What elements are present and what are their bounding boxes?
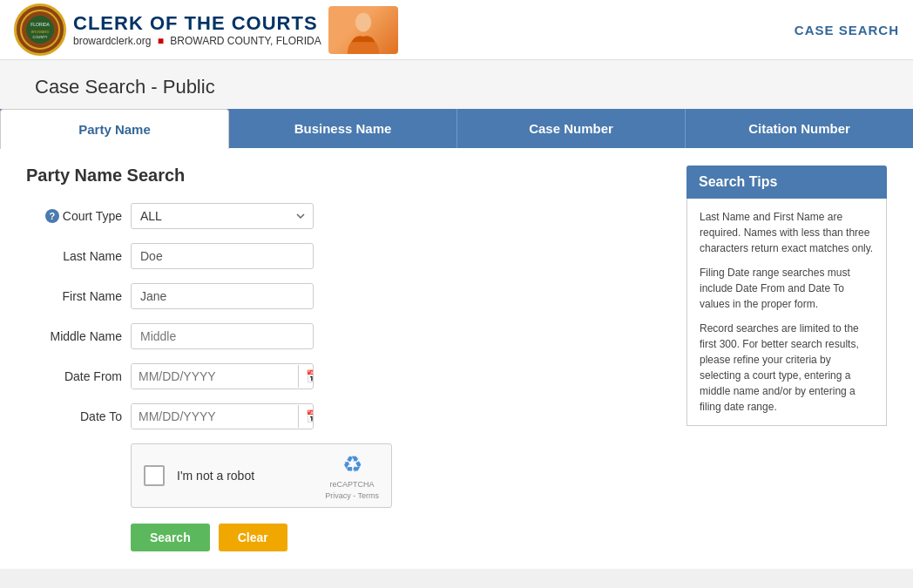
- date-to-wrapper: 📅: [131, 403, 314, 429]
- logo-area: FLORIDA BROWARD COUNTY CLERK OF THE COUR…: [14, 3, 398, 56]
- date-from-calendar-button[interactable]: 📅: [298, 365, 314, 388]
- tab-party-name[interactable]: Party Name: [0, 109, 229, 149]
- recaptcha-logo-icon: ♻: [342, 451, 362, 478]
- recaptcha-brand-line2: Privacy - Terms: [325, 491, 379, 501]
- form-section-title: Party Name Search: [26, 166, 669, 186]
- tip-3: Record searches are limited to the first…: [700, 321, 874, 415]
- tabs-container: Party Name Business Name Case Number Cit…: [0, 109, 913, 148]
- last-name-row: Last Name: [26, 243, 669, 269]
- case-search-nav-link[interactable]: CASE SEARCH: [795, 23, 899, 37]
- tab-business-name[interactable]: Business Name: [229, 109, 457, 148]
- tips-header: Search Tips: [686, 166, 887, 199]
- middle-name-row: Middle Name: [26, 323, 669, 349]
- last-name-label: Last Name: [26, 249, 122, 263]
- header-subtitle: browardclerk.org ■ BROWARD COUNTY, FLORI…: [73, 35, 321, 47]
- date-to-input[interactable]: [132, 404, 298, 429]
- date-to-label: Date To: [26, 409, 122, 423]
- tip-2: Filing Date range searches must include …: [700, 265, 874, 312]
- header: FLORIDA BROWARD COUNTY CLERK OF THE COUR…: [0, 0, 913, 60]
- first-name-label: First Name: [26, 289, 122, 303]
- form-section: Party Name Search ? Court Type ALL Civil…: [26, 166, 669, 551]
- calendar-icon: 📅: [306, 369, 314, 383]
- date-from-label: Date From: [26, 369, 122, 383]
- site-name: CLERK OF THE COURTS: [73, 12, 321, 35]
- svg-text:COUNTY: COUNTY: [33, 35, 48, 39]
- recaptcha-widget[interactable]: I'm not a robot ♻ reCAPTCHA Privacy - Te…: [131, 443, 392, 508]
- svg-point-5: [355, 12, 371, 31]
- court-type-select[interactable]: ALL Civil Criminal Family Probate Traffi…: [131, 203, 314, 229]
- recaptcha-logo: ♻ reCAPTCHA Privacy - Terms: [325, 451, 379, 501]
- page-title-bar: Case Search - Public: [0, 60, 913, 109]
- header-title-block: CLERK OF THE COURTS browardclerk.org ■ B…: [73, 12, 321, 47]
- middle-name-label: Middle Name: [26, 329, 122, 343]
- first-name-input[interactable]: [131, 283, 314, 309]
- court-type-label: ? Court Type: [26, 209, 122, 223]
- form-buttons: Search Clear: [131, 524, 669, 551]
- search-button[interactable]: Search: [131, 524, 210, 551]
- subtitle-url: browardclerk.org: [73, 35, 151, 47]
- calendar-icon-2: 📅: [306, 409, 314, 423]
- date-from-wrapper: 📅: [131, 363, 314, 389]
- tip-1: Last Name and First Name are required. N…: [700, 209, 874, 256]
- first-name-row: First Name: [26, 283, 669, 309]
- tips-section: Search Tips Last Name and First Name are…: [686, 166, 887, 551]
- page-title: Case Search - Public: [35, 76, 878, 98]
- recaptcha-label: I'm not a robot: [177, 469, 313, 483]
- subtitle-separator: ■: [158, 35, 164, 47]
- date-to-calendar-button[interactable]: 📅: [298, 405, 314, 428]
- header-person-image: [328, 6, 398, 54]
- subtitle-county: BROWARD COUNTY, FLORIDA: [170, 35, 321, 47]
- recaptcha-checkbox[interactable]: [144, 465, 165, 486]
- svg-text:BROWARD: BROWARD: [31, 30, 50, 34]
- middle-name-input[interactable]: [131, 323, 314, 349]
- date-to-row: Date To 📅: [26, 403, 669, 429]
- court-type-row: ? Court Type ALL Civil Criminal Family P…: [26, 203, 669, 229]
- tab-case-number[interactable]: Case Number: [457, 109, 686, 148]
- last-name-input[interactable]: [131, 243, 314, 269]
- date-from-input[interactable]: [132, 364, 298, 389]
- court-type-help-icon[interactable]: ?: [45, 209, 59, 223]
- clear-button[interactable]: Clear: [219, 524, 287, 551]
- tab-citation-number[interactable]: Citation Number: [686, 109, 913, 148]
- date-from-row: Date From 📅: [26, 363, 669, 389]
- tips-body: Last Name and First Name are required. N…: [686, 199, 887, 426]
- recaptcha-brand-line1: reCAPTCHA: [330, 480, 375, 490]
- county-seal: FLORIDA BROWARD COUNTY: [14, 3, 66, 56]
- main-content: Party Name Search ? Court Type ALL Civil…: [0, 148, 913, 569]
- svg-text:FLORIDA: FLORIDA: [30, 22, 50, 27]
